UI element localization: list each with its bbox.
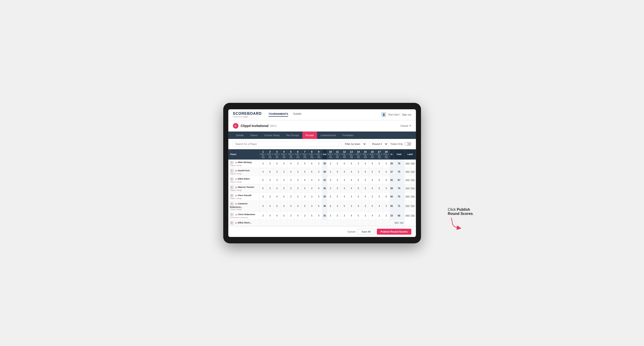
score-hole-17[interactable]: 4 — [376, 201, 382, 211]
score-hole-16[interactable]: 4 — [369, 184, 376, 192]
publish-round-scores-button[interactable]: Publish Round Scores — [377, 229, 411, 235]
score-hole-2[interactable]: 6 — [266, 168, 273, 176]
sign-out-link[interactable]: Sign out — [402, 113, 411, 116]
score-hole-6[interactable]: 5 — [294, 192, 301, 201]
score-hole-16[interactable]: 4 — [369, 176, 376, 184]
score-hole-5[interactable]: 3 — [288, 211, 294, 220]
score-hole-16[interactable]: 4 — [369, 159, 376, 168]
round-select[interactable]: Round 3 — [369, 141, 388, 147]
tab-teams[interactable]: Teams — [247, 132, 261, 139]
tab-course-setup[interactable]: Course Setup — [261, 132, 283, 139]
wd-badge[interactable]: WD — [405, 195, 410, 198]
save-all-button[interactable]: Save All — [358, 229, 374, 235]
score-hole-9[interactable]: 5 — [315, 192, 322, 201]
score-hole-10[interactable]: 3 — [327, 159, 334, 168]
score-hole-7[interactable]: 5 — [302, 176, 308, 184]
score-hole-7[interactable]: 5 — [302, 184, 308, 192]
cancel-button[interactable]: Cancel — [348, 230, 355, 233]
score-hole-6[interactable]: 3 — [294, 176, 301, 184]
score-hole-11[interactable]: 5 — [334, 192, 341, 201]
score-hole-11[interactable]: 5 — [334, 176, 341, 184]
dq-badge[interactable]: DQ — [410, 179, 415, 181]
score-hole-12[interactable]: 3 — [341, 184, 348, 192]
wd-badge[interactable]: WD — [405, 214, 410, 217]
score-hole-12[interactable]: 3 — [341, 176, 348, 184]
score-hole-17[interactable]: 3 — [376, 211, 382, 220]
score-hole-3[interactable]: 3 — [273, 176, 280, 184]
score-hole-14[interactable]: 3 — [355, 201, 362, 211]
score-hole-16[interactable]: 3 — [369, 192, 376, 201]
score-hole-13[interactable]: 4 — [348, 168, 355, 176]
wd-badge[interactable]: WD — [405, 171, 410, 173]
score-hole-1[interactable]: 4 — [260, 201, 266, 211]
score-hole-8[interactable]: 6 — [308, 159, 315, 168]
score-hole-8[interactable]: 4 — [308, 176, 315, 184]
score-hole-7[interactable]: 4 — [302, 192, 308, 201]
score-hole-4[interactable]: 3 — [280, 168, 288, 176]
score-hole-3[interactable]: 5 — [273, 201, 280, 211]
score-hole-13[interactable]: 4 — [348, 176, 355, 184]
score-hole-11[interactable]: 5 — [334, 211, 341, 220]
dq-badge[interactable]: DQ — [410, 171, 415, 173]
wd-badge[interactable]: WD — [405, 162, 410, 165]
score-hole-10[interactable]: 3 — [327, 211, 334, 220]
score-hole-1[interactable]: 3 — [260, 159, 266, 168]
score-hole-18[interactable]: 5 — [383, 176, 390, 184]
wd-badge[interactable]: WD — [405, 179, 410, 181]
score-hole-5[interactable]: 4 — [288, 201, 294, 211]
score-hole-18[interactable]: 6 — [383, 192, 390, 201]
score-hole-10[interactable]: 5 — [327, 192, 334, 201]
score-hole-17[interactable]: 5 — [376, 159, 382, 168]
score-hole-11[interactable]: 5 — [334, 159, 341, 168]
score-hole-14[interactable]: 3 — [355, 159, 362, 168]
score-hole-8[interactable]: 5 — [308, 211, 315, 220]
score-hole-4[interactable]: 3 — [280, 201, 288, 211]
score-hole-9[interactable]: 5 — [315, 201, 322, 211]
score-hole-1[interactable]: 5 — [260, 176, 266, 184]
dq-badge[interactable]: DQ — [410, 195, 415, 198]
score-hole-13[interactable]: 3 — [348, 192, 355, 201]
score-hole-3[interactable]: 3 — [273, 168, 280, 176]
score-hole-7[interactable]: 3 — [302, 211, 308, 220]
score-hole-4[interactable]: 5 — [280, 192, 288, 201]
score-hole-2[interactable]: 3 — [266, 176, 273, 184]
score-hole-17[interactable]: 6 — [376, 176, 382, 184]
score-hole-17[interactable]: 5 — [376, 184, 382, 192]
dq-badge[interactable]: DQ — [410, 214, 415, 217]
score-hole-4[interactable]: 5 — [280, 211, 288, 220]
score-hole-17[interactable]: 5 — [376, 192, 382, 201]
score-hole-12[interactable]: 3 — [341, 211, 348, 220]
score-hole-3[interactable]: 4 — [273, 211, 280, 220]
score-hole-8[interactable]: 4 — [308, 184, 315, 192]
score-hole-14[interactable]: 5 — [355, 211, 362, 220]
score-hole-18[interactable]: 3 — [383, 184, 390, 192]
tab-leaderboards[interactable]: Leaderboards — [317, 132, 339, 139]
score-hole-14[interactable]: 5 — [355, 184, 362, 192]
score-hole-4[interactable]: 5 — [280, 159, 288, 168]
score-hole-3[interactable]: 4 — [273, 184, 280, 192]
tab-tee-groups[interactable]: Tee Groups — [283, 132, 302, 139]
score-hole-12[interactable]: 4 — [341, 192, 348, 201]
score-hole-4[interactable]: 5 — [280, 184, 288, 192]
score-hole-8[interactable]: 3 — [308, 192, 315, 201]
score-hole-6[interactable]: 3 — [294, 159, 301, 168]
score-hole-13[interactable]: 4 — [348, 184, 355, 192]
score-hole-3[interactable]: 4 — [273, 192, 280, 201]
score-hole-8[interactable]: 6 — [308, 168, 315, 176]
score-hole-7[interactable]: 5 — [302, 201, 308, 211]
score-hole-15[interactable]: 4 — [362, 192, 369, 201]
score-hole-1[interactable]: 3 — [260, 192, 266, 201]
wd-badge[interactable]: WD — [394, 222, 399, 224]
score-hole-8[interactable]: 3 — [308, 201, 315, 211]
wd-badge[interactable]: WD — [405, 205, 410, 207]
score-hole-5[interactable]: 4 — [288, 168, 294, 176]
score-hole-10[interactable]: 3 — [327, 176, 334, 184]
score-hole-11[interactable]: 3 — [334, 201, 341, 211]
score-hole-7[interactable]: 5 — [302, 159, 308, 168]
score-hole-15[interactable]: 3 — [362, 201, 369, 211]
tournament-cancel-button[interactable]: Cancel ✕ — [400, 124, 411, 127]
score-hole-2[interactable]: 3 — [266, 184, 273, 192]
score-hole-6[interactable]: 4 — [294, 211, 301, 220]
score-hole-10[interactable]: 3 — [327, 168, 334, 176]
score-hole-12[interactable]: 5 — [341, 201, 348, 211]
